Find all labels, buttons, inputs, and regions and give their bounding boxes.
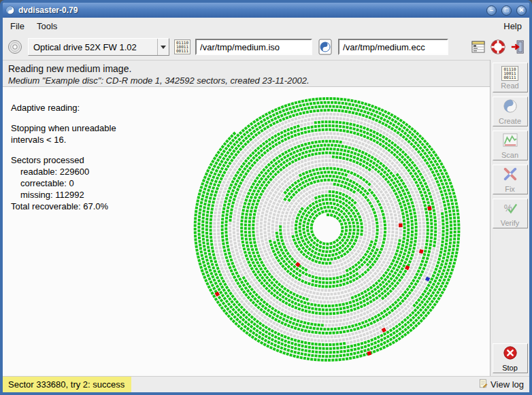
stop-button[interactable]: Stop xyxy=(493,343,528,373)
stopping-condition-line1: Stopping when unreadable xyxy=(11,122,116,134)
window-title: dvdisaster-0.79 xyxy=(18,5,482,15)
statusbar: Sector 333680, try 2: success View log xyxy=(3,376,529,392)
sectors-readable: readable: 229600 xyxy=(11,166,116,177)
info-panel: Adaptive reading: Stopping when unreadab… xyxy=(11,102,116,212)
create-button-label: Create xyxy=(499,117,521,125)
adaptive-reading-title: Adaptive reading: xyxy=(11,102,116,114)
scan-button[interactable]: Scan xyxy=(493,131,528,160)
binary-line: 00111 xyxy=(503,75,516,80)
ecc-file-icon xyxy=(317,39,333,55)
scan-icon xyxy=(503,133,518,150)
quit-icon[interactable] xyxy=(510,39,525,54)
ecc-path-input[interactable] xyxy=(338,39,448,55)
iso-path-input[interactable] xyxy=(195,39,312,55)
fix-button[interactable]: Fix xyxy=(493,165,528,194)
menu-tools[interactable]: Tools xyxy=(31,19,63,33)
stop-button-label: Stop xyxy=(502,364,518,372)
menu-help[interactable]: Help xyxy=(497,19,528,33)
menu-file[interactable]: File xyxy=(4,19,31,33)
body-row: Reading new medium image. Medium "Exampl… xyxy=(3,60,529,376)
status-message: Sector 333680, try 2: success xyxy=(3,377,131,392)
drive-select[interactable]: Optical drive 52X FW 1.02 xyxy=(28,38,169,56)
preferences-icon[interactable] xyxy=(471,39,486,54)
disc-spiral-canvas xyxy=(188,88,468,368)
verify-icon: % xyxy=(503,201,518,218)
sectors-missing: missing: 112992 xyxy=(11,189,116,201)
help-icon[interactable] xyxy=(491,39,505,54)
drive-icon[interactable] xyxy=(7,39,23,55)
iso-file-icon: 011101001100111 xyxy=(174,39,190,54)
minimize-button[interactable]: – xyxy=(486,5,497,16)
titlebar: dvdisaster-0.79 – □ ✕ xyxy=(3,3,529,18)
status-header: Reading new medium image. Medium "Exampl… xyxy=(3,60,490,87)
close-button[interactable]: ✕ xyxy=(516,5,527,16)
create-icon xyxy=(503,99,518,116)
total-recoverable: Total recoverable: 67.0% xyxy=(11,201,116,212)
app-icon xyxy=(5,5,15,15)
binary-line: 00111 xyxy=(176,49,188,53)
stopping-condition-line2: intervals < 16. xyxy=(11,134,116,145)
drive-select-value: Optical drive 52X FW 1.02 xyxy=(29,42,157,52)
menubar: File Tools Help xyxy=(3,18,529,34)
log-icon xyxy=(478,379,488,390)
stop-icon xyxy=(503,345,518,363)
reading-area: Adaptive reading: Stopping when unreadab… xyxy=(3,87,490,376)
sectors-processed-title: Sectors processed xyxy=(11,154,116,166)
fix-icon xyxy=(503,167,518,184)
verify-button-label: Verify xyxy=(501,219,520,227)
app-window: dvdisaster-0.79 – □ ✕ File Tools Help Op… xyxy=(0,0,532,395)
left-column: Reading new medium image. Medium "Exampl… xyxy=(3,60,490,376)
verify-button[interactable]: % Verify xyxy=(493,199,528,228)
toolbar: Optical drive 52X FW 1.02 01110100110011… xyxy=(3,34,529,60)
create-button[interactable]: Create xyxy=(493,97,528,126)
view-log-button[interactable]: View log xyxy=(473,379,529,390)
medium-info-text: Medium "Example disc": CD-R mode 1, 3425… xyxy=(8,75,484,86)
read-button-label: Read xyxy=(501,82,518,90)
sectors-correctable: correctable: 0 xyxy=(11,177,116,189)
view-log-label: View log xyxy=(491,379,524,390)
chevron-down-icon[interactable] xyxy=(157,39,169,55)
read-button[interactable]: 011101001100111 Read xyxy=(493,63,528,92)
sidebar: 011101001100111 Read Create Scan Fix xyxy=(490,60,529,376)
read-icon: 011101001100111 xyxy=(501,66,518,81)
status-action-text: Reading new medium image. xyxy=(8,63,484,74)
scan-button-label: Scan xyxy=(501,151,518,159)
fix-button-label: Fix xyxy=(505,185,515,193)
maximize-button[interactable]: □ xyxy=(501,5,512,16)
